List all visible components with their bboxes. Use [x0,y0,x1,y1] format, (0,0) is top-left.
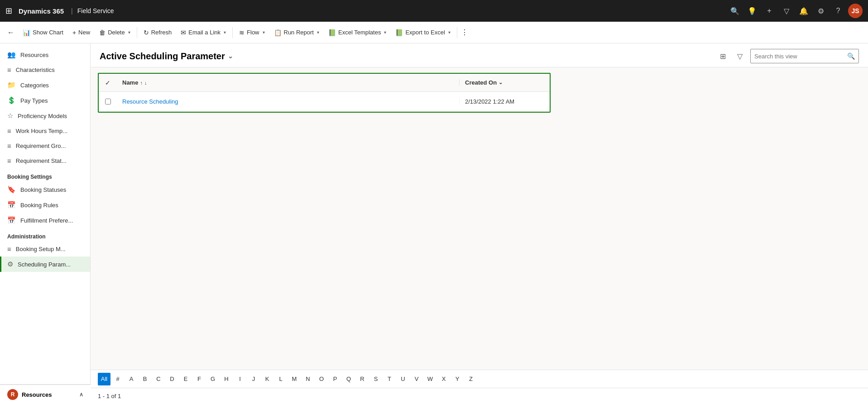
refresh-button[interactable]: ↻ Refresh [139,24,177,41]
alpha-btn-m[interactable]: M [288,373,301,385]
sidebar-item-characteristics[interactable]: ≡ Characteristics [0,62,90,77]
alpha-btn-w[interactable]: W [424,373,436,385]
export-excel-button[interactable]: 📗 Export to Excel ▾ [391,24,455,41]
show-chart-button[interactable]: 📊 Show Chart [18,24,68,41]
sidebar-item-requirement-groups[interactable]: ≡ Requirement Gro... [0,138,90,153]
top-navigation: ⊞ Dynamics 365 | Field Service 🔍 💡 + ▽ 🔔… [0,0,868,22]
sidebar-item-work-hours-templates[interactable]: ≡ Work Hours Temp... [0,124,90,138]
avatar[interactable]: JS [848,4,863,18]
alpha-btn-o[interactable]: O [315,373,328,385]
sidebar-item-booking-statuses[interactable]: 🔖 Booking Statuses [0,182,90,197]
sidebar-item-categories[interactable]: 📁 Categories [0,77,90,93]
sidebar-item-scheduling-parameters[interactable]: ⚙ Scheduling Param... [0,257,90,272]
table-row: Resource Scheduling 2/13/2022 1:22 AM [99,92,550,112]
email-link-button[interactable]: ✉ Email a Link ▾ [176,24,230,41]
sidebar-item-fulfillment-preferences[interactable]: 📅 Fulfillment Prefere... [0,213,90,228]
sidebar-item-resources[interactable]: 👥 Resources [0,47,90,62]
sidebar-item-fulfillment-label: Fulfillment Prefere... [20,217,73,224]
export-excel-label: Export to Excel [405,29,445,36]
sidebar-item-proficiency-models[interactable]: ☆ Proficiency Models [0,108,90,124]
sidebar-item-pay-types[interactable]: 💲 Pay Types [0,93,90,108]
back-button[interactable]: ← [4,29,18,37]
alpha-btn-t[interactable]: T [383,373,396,385]
alpha-btn-y[interactable]: Y [451,373,464,385]
alpha-btn-b[interactable]: B [139,373,151,385]
proficiency-models-icon: ☆ [7,112,13,120]
alpha-btn-f[interactable]: F [193,373,206,385]
pay-types-icon: 💲 [7,96,16,105]
delete-label: Delete [108,29,125,36]
alpha-btn-i[interactable]: I [234,373,246,385]
excel-templates-button[interactable]: 📗 Excel Templates ▾ [324,24,391,41]
search-icon[interactable]: 🔍 [728,4,742,18]
alpha-btn-p[interactable]: P [329,373,341,385]
alpha-btn-j[interactable]: J [247,373,260,385]
lightbulb-icon[interactable]: 💡 [745,4,759,18]
sidebar-item-proficiency-models-label: Proficiency Models [18,113,67,119]
bottom-nav-resources[interactable]: R Resources ∧ [2,385,89,404]
name-sort-desc-icon: ↓ [144,80,147,86]
sidebar-item-resources-label: Resources [20,52,48,58]
search-submit-icon[interactable]: 🔍 [844,52,858,60]
alpha-btn-n[interactable]: N [302,373,314,385]
alpha-btn-l[interactable]: L [274,373,287,385]
alpha-btn-all[interactable]: All [98,373,110,385]
bottom-nav-chevron-icon: ∧ [79,391,83,398]
flow-button[interactable]: ≋ Flow ▾ [235,24,269,41]
created-on-sort-icon: ⌄ [499,80,503,86]
created-on-column-header[interactable]: Created On ⌄ [459,79,550,86]
filter-view-icon[interactable]: ▽ [733,49,747,63]
alpha-btn-v[interactable]: V [410,373,423,385]
help-icon[interactable]: ? [831,4,845,18]
row-checkbox[interactable] [99,99,117,105]
run-report-button[interactable]: 📋 Run Report ▾ [269,24,324,41]
row-select-checkbox[interactable] [105,99,111,105]
alpha-btn-h[interactable]: H [220,373,233,385]
sidebar-item-booking-setup[interactable]: ≡ Booking Setup M... [0,242,90,257]
chart-icon: 📊 [23,29,30,36]
alpha-btn-d[interactable]: D [166,373,178,385]
alpha-btn-r[interactable]: R [356,373,369,385]
delete-button[interactable]: 🗑 Delete ▾ [95,24,135,41]
sidebar-item-booking-rules[interactable]: 📅 Booking Rules [0,197,90,213]
alpha-btn-e[interactable]: E [179,373,192,385]
sidebar-item-scheduling-param-label: Scheduling Param... [18,261,71,268]
run-report-chevron-icon: ▾ [317,30,319,35]
sidebar-item-requirement-statuses[interactable]: ≡ Requirement Stat... [0,153,90,168]
plus-icon[interactable]: + [762,4,777,18]
alpha-btn-#[interactable]: # [111,373,124,385]
sidebar-item-requirement-statuses-label: Requirement Stat... [16,157,67,164]
filter-funnel-icon[interactable]: ▽ [779,4,794,18]
export-excel-chevron-icon: ▾ [448,30,451,35]
alpha-btn-k[interactable]: K [261,373,273,385]
alpha-btn-q[interactable]: Q [342,373,355,385]
booking-setup-icon: ≡ [7,245,11,253]
alpha-btn-a[interactable]: A [125,373,138,385]
bottom-navigation: R Resources ∧ [0,384,91,404]
alpha-btn-u[interactable]: U [397,373,409,385]
scheduling-param-icon: ⚙ [7,260,13,268]
more-options-button[interactable]: ⋮ [461,28,468,37]
work-hours-icon: ≡ [7,127,11,135]
alpha-btn-s[interactable]: S [369,373,382,385]
refresh-icon: ↻ [144,29,149,36]
sidebar-item-work-hours-label: Work Hours Temp... [16,128,67,134]
search-input[interactable] [751,53,844,60]
select-all-checkbox[interactable]: ✓ [99,79,117,86]
alpha-btn-x[interactable]: X [437,373,450,385]
gear-icon[interactable]: ⚙ [814,4,828,18]
grid-menu-icon[interactable]: ⊞ [5,6,12,16]
new-button[interactable]: + New [68,24,95,41]
view-title-chevron-icon[interactable]: ⌄ [228,52,233,60]
alpha-btn-z[interactable]: Z [465,373,477,385]
bottom-nav-label: Resources [22,391,52,398]
resource-scheduling-link[interactable]: Resource Scheduling [122,98,178,105]
layout-toggle-icon[interactable]: ⊞ [716,49,729,63]
alpha-btn-g[interactable]: G [206,373,219,385]
bell-icon[interactable]: 🔔 [796,4,811,18]
alpha-btn-c[interactable]: C [152,373,165,385]
email-link-chevron-icon: ▾ [224,30,226,35]
new-label: New [78,29,90,36]
booking-statuses-icon: 🔖 [7,185,16,194]
name-column-header[interactable]: Name ↑ ↓ [117,79,459,86]
